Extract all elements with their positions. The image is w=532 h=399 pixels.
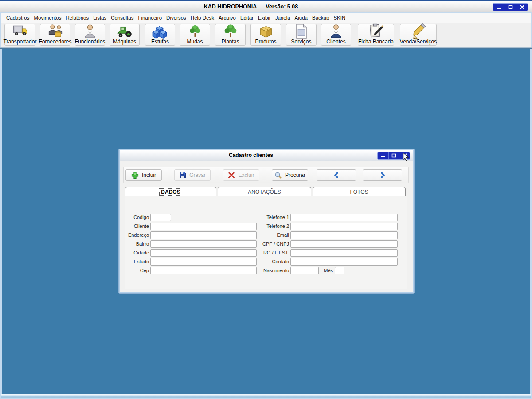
employee-icon	[82, 23, 98, 39]
menu-backup[interactable]: Backup	[310, 14, 331, 22]
toolbar-button-plantas[interactable]: Plantas	[215, 24, 246, 46]
menu-listas[interactable]: Listas	[91, 14, 109, 22]
truck-icon	[12, 23, 28, 39]
menu-financeiro[interactable]: Financeiro	[136, 14, 164, 22]
label-email: Email	[256, 232, 289, 238]
menu-editar[interactable]: Editar	[238, 14, 256, 22]
label-cpf-cnpj: CPF / CNPJ	[256, 241, 289, 247]
dialog-title: Cadastro clientes	[120, 152, 382, 158]
chevron-left-icon	[333, 172, 340, 179]
field-cpf-cnpj[interactable]	[290, 240, 398, 248]
bottom-frame	[1, 394, 531, 398]
plus-icon	[131, 172, 139, 179]
field-bairro[interactable]	[150, 240, 257, 248]
app-name: KAD HIDROPHONIA	[204, 4, 257, 10]
menu-relatorios[interactable]: Relatórios	[63, 14, 91, 22]
field-endereco[interactable]	[150, 231, 257, 239]
dialog-titlebar: Cadastro clientes	[120, 150, 413, 161]
delete-icon	[228, 172, 235, 179]
field-cliente[interactable]	[150, 223, 257, 230]
menu-exibir[interactable]: Exibir	[256, 14, 273, 22]
toolbar-button-fornecedores[interactable]: Fornecedores	[40, 24, 70, 46]
tab-fotos[interactable]: FOTOS	[313, 187, 406, 196]
seedling-icon	[187, 23, 203, 39]
field-estado[interactable]	[150, 258, 257, 266]
field-cidade[interactable]	[150, 249, 257, 257]
dialog-maximize-icon[interactable]	[388, 152, 399, 159]
clipboard-icon	[368, 23, 384, 39]
titlebar: KAD HIDROPHONIA Versão: 5.08	[0, 0, 532, 12]
field-cep[interactable]	[150, 267, 257, 274]
menu-help-desk[interactable]: Help Desk	[188, 14, 216, 22]
label-telefone-1: Telefone 1	[256, 215, 289, 220]
field-rg-i-est[interactable]	[290, 249, 398, 257]
save-icon	[179, 172, 186, 179]
toolbar-button-funcionarios[interactable]: Funcionários	[75, 24, 105, 46]
plant-icon	[223, 23, 239, 39]
incluir-button[interactable]: Incluir	[125, 169, 162, 181]
toolbar: TransportadorFornecedoresFuncionáriosMáq…	[1, 23, 531, 47]
tab-anotacoes[interactable]: ANOTAÇÕES	[218, 187, 311, 196]
field-codigo[interactable]	[150, 214, 171, 221]
label-codigo: Codigo	[121, 215, 149, 220]
toolbar-button-produtos[interactable]: Produtos	[250, 24, 281, 46]
client-icon	[328, 23, 344, 39]
toolbar-button-ficha-bancada[interactable]: Ficha Bancada	[358, 24, 394, 46]
menu-consultas[interactable]: Consultas	[109, 14, 136, 22]
next-record-button[interactable]	[363, 169, 402, 181]
previous-record-button[interactable]	[317, 169, 356, 181]
menu-movimentos[interactable]: Movimentos	[31, 14, 63, 22]
dialog-minimize-icon[interactable]	[378, 152, 388, 159]
procurar-button[interactable]: Procurar	[272, 169, 308, 181]
suppliers-icon	[47, 23, 63, 39]
label-cliente: Cliente	[121, 223, 149, 229]
toolbar-button-maquinas[interactable]: Máquinas	[110, 24, 140, 46]
menu-bar: CadastrosMovimentosRelatóriosListasConsu…	[1, 13, 531, 23]
toolbar-button-servicos[interactable]: Serviços	[286, 24, 317, 46]
box-icon	[257, 23, 274, 39]
menu-skin[interactable]: SKIN	[331, 14, 348, 22]
toolbar-button-venda-servicos[interactable]: Venda/Serviços	[400, 24, 437, 46]
label-endereco: Endereço	[121, 232, 149, 238]
window-title: KAD HIDROPHONIA Versão: 5.08	[0, 4, 501, 10]
tab-dados[interactable]: DADOS	[125, 187, 216, 196]
field-telefone-1[interactable]	[290, 214, 398, 221]
field-contato[interactable]	[290, 258, 398, 266]
field-telefone-2[interactable]	[290, 223, 398, 230]
menu-cadastros[interactable]: Cadastros	[4, 14, 31, 22]
label-estado: Estado	[121, 259, 149, 265]
excluir-button[interactable]: Excluir	[223, 169, 259, 181]
minimize-icon[interactable]	[493, 4, 505, 11]
field-nascimento[interactable]	[290, 267, 319, 274]
toolbar-button-transportador[interactable]: Transportador	[4, 24, 35, 46]
pencil-icon	[411, 23, 426, 39]
menu-diversos[interactable]: Diversos	[164, 14, 188, 22]
chevron-right-icon	[379, 172, 386, 179]
toolbar-button-clientes[interactable]: Clientes	[321, 24, 351, 46]
mouse-cursor	[403, 153, 411, 162]
toolbar-button-estufas[interactable]: Estufas	[145, 24, 175, 46]
label-rg-i-est: RG / I. EST.	[256, 250, 289, 256]
search-icon	[274, 172, 282, 179]
document-icon	[294, 23, 309, 39]
label-telefone-2: Telefone 2	[256, 223, 289, 229]
gravar-button[interactable]: Gravar	[174, 169, 211, 181]
close-icon[interactable]	[516, 4, 528, 11]
label-mes: Mês	[321, 268, 333, 274]
menu-ajuda[interactable]: Ajuda	[293, 14, 310, 22]
dialog-cadastro-clientes: Cadastro clientes IncluirGravarExcluirPr…	[119, 149, 414, 293]
toolbar-button-mudas[interactable]: Mudas	[180, 24, 210, 46]
window-controls	[493, 3, 528, 11]
menu-janela[interactable]: Janela	[273, 14, 293, 22]
field-mes[interactable]	[335, 267, 344, 274]
menu-arquivo[interactable]: Arquivo	[216, 14, 238, 22]
field-email[interactable]	[290, 231, 398, 239]
label-contato: Contato	[256, 259, 289, 265]
main-window: KAD HIDROPHONIA Versão: 5.08 CadastrosMo…	[0, 0, 532, 399]
maximize-icon[interactable]	[505, 4, 516, 11]
mdi-background: Cadastro clientes IncluirGravarExcluirPr…	[2, 49, 530, 394]
label-cidade: Cidade	[121, 250, 149, 256]
label-nascimento: Nascimento	[256, 268, 289, 274]
tractor-icon	[116, 23, 133, 39]
cubes-icon	[152, 23, 168, 39]
